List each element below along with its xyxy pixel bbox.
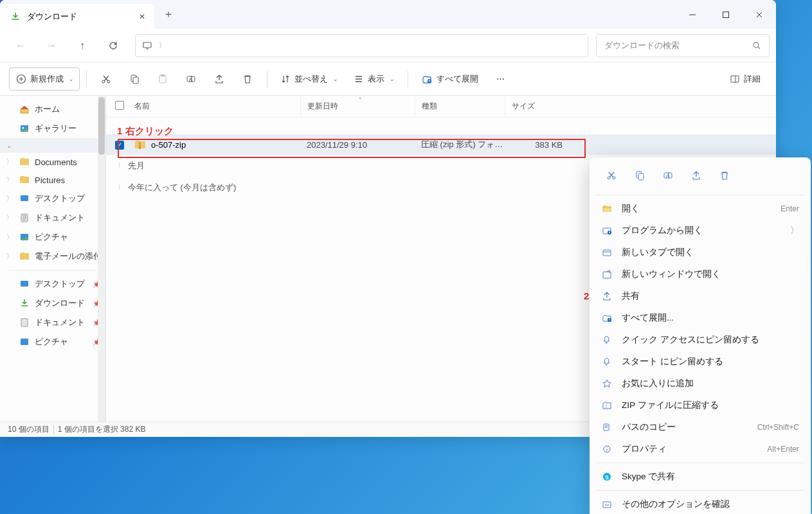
folder-icon xyxy=(19,175,30,185)
ctx-share[interactable]: 共有 xyxy=(590,285,811,307)
svg-rect-26 xyxy=(638,173,644,180)
file-row[interactable]: ✓ o-507-zip 2023/11/29 9:10 圧縮 (zip 形式) … xyxy=(106,134,776,155)
ctx-new-window[interactable]: 新しいウィンドウで開く xyxy=(590,263,811,285)
properties-icon xyxy=(601,443,613,455)
ctx-share-button[interactable] xyxy=(685,165,708,186)
svg-text:S: S xyxy=(605,474,609,481)
tab-downloads[interactable]: ダウンロード ✕ xyxy=(0,4,154,29)
sidebar-quick-pic[interactable]: ピクチャ📌 xyxy=(0,332,105,351)
svg-point-2 xyxy=(753,42,759,48)
sidebar-item-pictures[interactable]: 〉Pictures xyxy=(0,171,105,189)
annotation-1: 1 右クリック xyxy=(117,125,174,137)
separator xyxy=(596,490,804,491)
copy-button[interactable] xyxy=(122,67,147,91)
delete-button[interactable] xyxy=(235,67,260,91)
sidebar-item-desktop[interactable]: 〉デスクトップ xyxy=(0,189,105,208)
chevron-down-icon[interactable]: ⌄ xyxy=(6,142,12,149)
sidebar-item-gallery[interactable]: ギャラリー xyxy=(0,119,105,138)
up-button[interactable]: ↑ xyxy=(68,33,96,58)
chevron-right-icon[interactable]: 〉 xyxy=(6,157,13,166)
ctx-new-tab[interactable]: 新しいタブで開く xyxy=(590,242,811,263)
new-button[interactable]: 新規作成 ⌄ xyxy=(9,67,80,91)
ctx-copy-button[interactable] xyxy=(628,165,651,186)
sidebar-item-doc-jp[interactable]: 〉ドキュメント xyxy=(0,208,105,227)
copy-path-icon xyxy=(601,421,613,433)
column-type[interactable]: 種類 xyxy=(415,96,505,117)
zip-icon xyxy=(601,400,613,411)
home-icon xyxy=(19,104,30,114)
chevron-right-icon[interactable]: 〉 xyxy=(6,175,13,184)
sidebar-item-home[interactable]: ホーム xyxy=(0,100,105,119)
chevron-right-icon: 〉 xyxy=(790,225,799,236)
details-pane-button[interactable]: 詳細 xyxy=(723,67,767,91)
status-item-count: 10 個の項目 xyxy=(8,424,50,435)
sidebar-quick-desktop[interactable]: デスクトップ📌 xyxy=(0,274,105,294)
sidebar-item-mail[interactable]: 〉電子メールの添付 xyxy=(0,247,105,266)
new-tab-icon xyxy=(601,247,613,258)
ctx-compress[interactable]: ZIP ファイルに圧縮する xyxy=(590,394,811,416)
ctx-skype[interactable]: SSkype で共有 xyxy=(590,466,811,488)
folder-icon xyxy=(19,251,30,261)
divider xyxy=(267,71,267,87)
address-bar[interactable]: 〉 xyxy=(135,34,588,57)
ctx-open-with[interactable]: プログラムから開く〉 xyxy=(590,220,811,242)
paste-button[interactable] xyxy=(150,67,176,91)
extract-icon xyxy=(421,73,433,85)
svg-point-15 xyxy=(23,127,24,129)
refresh-button[interactable] xyxy=(99,33,127,58)
more-icon xyxy=(601,499,613,510)
scrollbar-thumb[interactable] xyxy=(98,97,105,155)
ctx-rename-button[interactable]: A xyxy=(656,165,680,186)
select-all-checkbox[interactable] xyxy=(115,101,124,110)
sidebar-item-current[interactable]: ⌄ xyxy=(0,138,105,153)
chevron-right-icon[interactable]: 〉 xyxy=(6,213,13,222)
ctx-copy-path[interactable]: パスのコピーCtrl+Shift+C xyxy=(590,416,811,438)
sidebar-quick-doc[interactable]: ドキュメント📌 xyxy=(0,313,105,332)
row-checkbox[interactable]: ✓ xyxy=(115,141,124,150)
search-box[interactable]: ダウンロードの検索 xyxy=(596,34,770,57)
separator xyxy=(596,195,804,195)
close-window-button[interactable] xyxy=(743,0,776,29)
ctx-delete-button[interactable] xyxy=(713,165,736,186)
new-tab-button[interactable]: ＋ xyxy=(154,0,183,29)
forward-button[interactable]: → xyxy=(37,33,66,58)
folder-icon xyxy=(19,157,30,167)
back-button[interactable]: ← xyxy=(6,33,35,58)
view-button[interactable]: 表示 ⌄ xyxy=(347,67,401,91)
chevron-right-icon[interactable]: 〉 xyxy=(159,40,166,50)
column-size[interactable]: サイズ xyxy=(505,96,563,117)
sidebar-quick-download[interactable]: ダウンロード📌 xyxy=(0,294,105,313)
ctx-pin-start[interactable]: スタート にピン留めする xyxy=(590,351,811,373)
chevron-right-icon[interactable]: 〉 xyxy=(6,194,13,203)
more-button[interactable]: ⋯ xyxy=(487,67,513,91)
sidebar-item-pic-jp[interactable]: 〉ピクチャ xyxy=(0,227,105,247)
minimize-button[interactable] xyxy=(676,0,709,29)
ctx-cut-button[interactable] xyxy=(600,165,623,186)
chevron-right-icon[interactable]: 〉 xyxy=(6,233,13,242)
chevron-down-icon: ⌄ xyxy=(333,76,338,82)
chevron-right-icon[interactable]: 〉 xyxy=(6,252,13,261)
close-tab-icon[interactable]: ✕ xyxy=(139,12,145,21)
file-size: 383 KB xyxy=(505,140,563,150)
context-menu-quick-actions: A xyxy=(590,163,811,192)
maximize-button[interactable] xyxy=(709,0,743,29)
chevron-right-icon: 〉 xyxy=(118,183,124,192)
sort-button[interactable]: 並べ替え ⌄ xyxy=(274,67,345,91)
rename-button[interactable]: A xyxy=(178,67,204,91)
sidebar-item-documents[interactable]: 〉Documents xyxy=(0,153,105,171)
desktop-icon xyxy=(19,279,30,289)
ctx-pin-quick[interactable]: クイック アクセスにピン留めする xyxy=(590,329,811,351)
cut-button[interactable] xyxy=(93,67,119,91)
document-icon xyxy=(19,317,30,328)
ctx-properties[interactable]: プロパティAlt+Enter xyxy=(590,438,811,460)
ctx-favorite[interactable]: お気に入りに追加 xyxy=(590,373,811,394)
extract-all-button[interactable]: すべて展開 xyxy=(415,67,485,91)
column-name[interactable]: 名前 xyxy=(134,101,300,112)
share-button[interactable] xyxy=(206,67,232,91)
column-date[interactable]: 更新日時⌄ xyxy=(300,96,415,117)
ctx-extract-all[interactable]: すべて展開... xyxy=(590,307,811,329)
ctx-open[interactable]: 開くEnter xyxy=(590,198,811,220)
ctx-more-options[interactable]: その他のオプションを確認 xyxy=(590,493,811,514)
sidebar-scrollbar[interactable] xyxy=(98,96,105,421)
separator xyxy=(596,463,804,463)
